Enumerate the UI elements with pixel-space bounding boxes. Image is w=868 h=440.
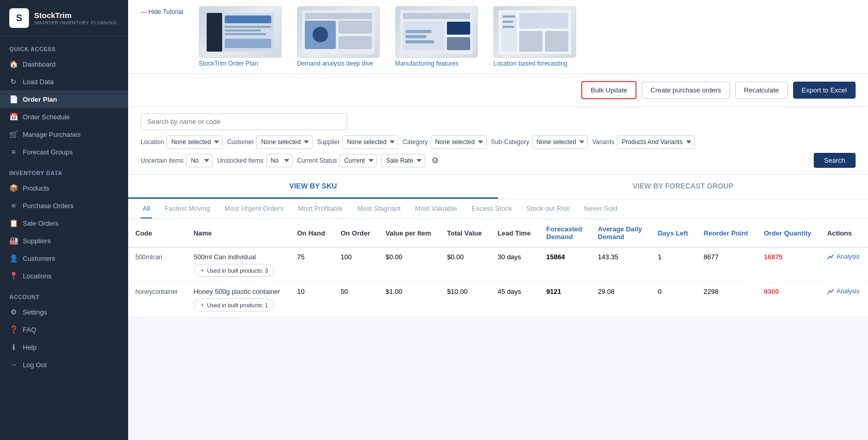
- category-select[interactable]: None selected: [430, 135, 487, 149]
- bulk-update-button[interactable]: Bulk Update: [581, 81, 637, 99]
- cell-on-order-0: 100: [333, 247, 378, 282]
- sidebar-item-dashboard[interactable]: 🏠 Dashboard: [0, 55, 128, 73]
- create-purchase-orders-button[interactable]: Create purchase orders: [642, 82, 730, 99]
- customer-select[interactable]: None selected: [256, 135, 313, 149]
- tab-view-by-forecast[interactable]: VIEW BY FORECAST GROUP: [498, 175, 868, 199]
- subtab-all[interactable]: All: [141, 199, 152, 218]
- sidebar-item-label: Order Plan: [23, 96, 57, 103]
- sidebar-item-order-schedule[interactable]: 📅 Order Schedule: [0, 108, 128, 125]
- cell-actions-0: Analysis: [820, 247, 868, 282]
- subtab-most-stagnant[interactable]: Most Stagnant: [355, 199, 402, 218]
- cell-on-hand-1: 10: [290, 282, 333, 317]
- tutorial-card-3[interactable]: Location based forecasting: [493, 6, 576, 67]
- sidebar-item-products[interactable]: 📦 Products: [0, 179, 128, 197]
- export-to-excel-button[interactable]: Export to Excel: [793, 82, 856, 99]
- cell-total-value-0: $0.00: [440, 247, 490, 282]
- sidebar-item-suppliers[interactable]: 🏭 Suppliers: [0, 232, 128, 249]
- sidebar-item-faq[interactable]: ❓ FAQ: [0, 321, 128, 338]
- col-on-order: On Order: [333, 219, 378, 247]
- search-input[interactable]: [141, 113, 347, 130]
- purchase-orders-icon: ≡: [9, 201, 18, 210]
- unstocked-select[interactable]: No Yes: [266, 154, 293, 167]
- analysis-link-0[interactable]: Analysis: [827, 253, 861, 260]
- cell-name-1: Honey 500g plastic container ＋ Used in b…: [187, 282, 290, 317]
- sidebar-item-label: Forecast Groups: [23, 148, 73, 156]
- sidebar-item-locations[interactable]: 📍 Locations: [0, 267, 128, 285]
- svg-rect-6: [225, 39, 271, 48]
- view-tabs: VIEW BY SKU VIEW BY FORECAST GROUP: [128, 175, 868, 199]
- sidebar-item-order-plan[interactable]: 📄 Order Plan: [0, 90, 128, 108]
- subcategory-select[interactable]: None selected: [532, 135, 588, 149]
- location-select[interactable]: None selected: [166, 135, 223, 149]
- svg-rect-8: [305, 13, 372, 19]
- cell-code-0: 500mlcan: [128, 247, 187, 282]
- cell-days-left-0: 1: [650, 247, 696, 282]
- uncertain-select[interactable]: No Yes: [186, 154, 213, 167]
- subcategory-filter: Sub-Category None selected: [491, 135, 588, 149]
- sidebar-item-label: Load Data: [23, 78, 54, 86]
- sidebar-item-logout[interactable]: → Log Out: [0, 356, 128, 373]
- uncertain-label: Uncertain items: [141, 157, 183, 164]
- sidebar-item-label: Sale Orders: [23, 219, 58, 227]
- sale-rate-select[interactable]: Sale Rate: [381, 154, 425, 167]
- col-code: Code: [128, 219, 187, 247]
- category-filter: Category None selected: [402, 135, 487, 149]
- home-icon: 🏠: [9, 60, 18, 68]
- cell-forecasted-demand-0: 15864: [539, 247, 591, 282]
- manage-purchases-icon: 🛒: [9, 130, 18, 138]
- tutorial-card-0[interactable]: StockTrim Order Plan: [199, 6, 282, 67]
- subtab-most-profitable[interactable]: Most Profitable: [296, 199, 345, 218]
- variants-select[interactable]: Products And Variants: [617, 135, 695, 149]
- analysis-link-1[interactable]: Analysis: [827, 288, 861, 295]
- tutorial-card-1[interactable]: Demand analysis deep dive: [297, 6, 380, 67]
- cell-on-hand-0: 75: [290, 247, 333, 282]
- current-status-select[interactable]: Current All: [339, 154, 377, 167]
- subtab-fastest-moving[interactable]: Fastest Moving: [162, 199, 212, 218]
- subtab-stockout-risk[interactable]: Stock-out Risk: [524, 199, 572, 218]
- sidebar-item-load-data[interactable]: ↻ Load Data: [0, 73, 128, 90]
- sidebar-item-settings[interactable]: ⚙ Settings: [0, 303, 128, 321]
- customers-icon: 👤: [9, 254, 18, 262]
- load-icon: ↻: [9, 77, 18, 86]
- sidebar-item-sale-orders[interactable]: 📋 Sale Orders: [0, 214, 128, 232]
- subtab-excess-stock[interactable]: Excess Stock: [470, 199, 514, 218]
- tutorial-card-2[interactable]: Manufacturing features: [395, 6, 478, 67]
- svg-rect-10: [338, 21, 372, 34]
- sidebar-item-help[interactable]: ℹ Help: [0, 338, 128, 356]
- search-button[interactable]: Search: [814, 153, 856, 168]
- sidebar-item-purchase-orders[interactable]: ≡ Purchase Orders: [0, 197, 128, 214]
- svg-rect-18: [406, 30, 431, 33]
- sidebar-item-customers[interactable]: 👤 Customers: [0, 249, 128, 267]
- used-in-button-1[interactable]: ＋ Used in built products: 1: [194, 298, 274, 311]
- svg-rect-20: [406, 40, 434, 43]
- subtab-never-sold[interactable]: Never Sold: [582, 199, 619, 218]
- main-content: — Hide Tutorial StockTrim Order Plan: [128, 0, 868, 440]
- tutorial-card-title-3: Location based forecasting: [493, 60, 576, 67]
- tab-view-by-sku[interactable]: VIEW BY SKU: [128, 175, 498, 199]
- customer-label: Customer: [227, 138, 254, 146]
- order-plan-icon: 📄: [9, 95, 18, 103]
- col-avg-daily-demand: Average DailyDemand: [591, 219, 650, 247]
- hide-tutorial-button[interactable]: — Hide Tutorial: [141, 6, 183, 15]
- subtab-most-urgent[interactable]: Most Urgent Orders: [223, 199, 286, 218]
- col-actions: Actions: [820, 219, 868, 247]
- app-tagline: SMARTER INVENTORY PLANNING: [34, 20, 117, 25]
- sidebar-item-forecast-groups[interactable]: ≡ Forecast Groups: [0, 143, 128, 161]
- col-on-hand: On Hand: [290, 219, 333, 247]
- supplier-select[interactable]: None selected: [342, 135, 398, 149]
- used-in-button-0[interactable]: ＋ Used in built products: 3: [194, 264, 274, 277]
- cell-order-quantity-0: 16875: [756, 247, 820, 282]
- category-label: Category: [402, 138, 428, 146]
- variants-filter: Variants Products And Variants: [592, 135, 695, 149]
- recalculate-button[interactable]: Recalculate: [735, 82, 788, 99]
- advanced-filter-icon[interactable]: ⚙: [429, 153, 441, 167]
- svg-rect-26: [503, 15, 515, 18]
- cell-total-value-1: $10.00: [440, 282, 490, 317]
- cell-reorder-point-0: 8677: [696, 247, 757, 282]
- location-filter: Location None selected: [141, 135, 223, 149]
- sidebar-item-manage-purchases[interactable]: 🛒 Manage Purchases: [0, 125, 128, 143]
- subtab-most-valuable[interactable]: Most Valuable: [413, 199, 459, 218]
- cell-avg-daily-demand-0: 143.35: [591, 247, 650, 282]
- unstocked-filter: Unstocked Items No Yes: [217, 154, 292, 167]
- cell-actions-1: Analysis: [820, 282, 868, 317]
